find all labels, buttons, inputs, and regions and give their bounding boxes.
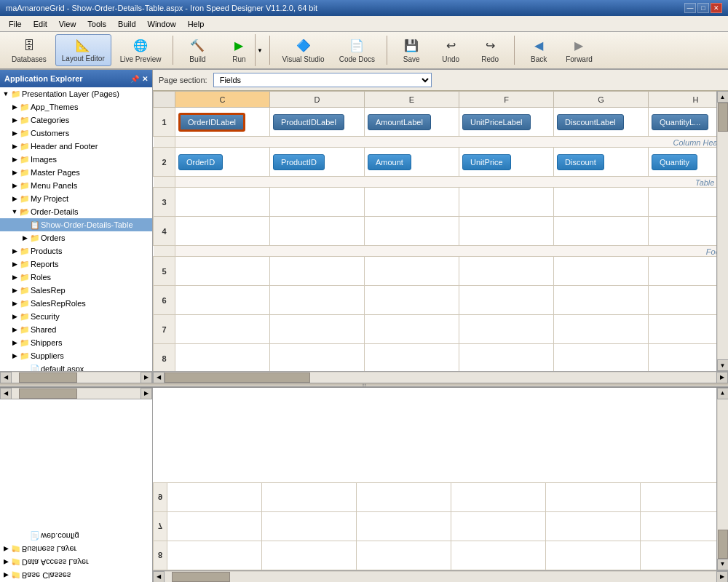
hscroll-right-content[interactable]: ▶	[716, 372, 728, 383]
tree-reports[interactable]: ▶ 📁 Reports	[0, 258, 152, 271]
cell-8b-d[interactable]	[262, 541, 357, 570]
tree-order-details[interactable]: ▼ 📂 Order-Details	[0, 205, 152, 218]
undo-button[interactable]: ↩ Undo	[432, 34, 469, 66]
cell-9b-g[interactable]	[546, 483, 641, 512]
cell-3-c[interactable]	[175, 188, 270, 217]
cell-1-c[interactable]: OrderIDLabel	[175, 108, 270, 137]
cell-2-d[interactable]: ProductID	[270, 148, 365, 177]
tree-shared[interactable]: ▶ 📁 Shared	[0, 323, 152, 336]
cell-3-e[interactable]	[365, 188, 459, 217]
tree-business-bottom[interactable]: ▶ 📁 Business Layer	[0, 543, 152, 556]
page-section-select[interactable]: Fields	[213, 73, 432, 87]
cell-2-e[interactable]: Amount	[365, 148, 459, 177]
cell-7b-h[interactable]	[641, 512, 717, 541]
cell-8-e[interactable]	[365, 344, 459, 372]
sidebar-close-icon[interactable]: ✕	[142, 75, 148, 83]
cell-4-f[interactable]	[459, 217, 554, 246]
menu-tools[interactable]: Tools	[82, 18, 112, 30]
bottom-vscroll[interactable]: ▲ ▼	[716, 388, 728, 570]
cell-5-d[interactable]	[270, 257, 365, 286]
cell-2-f[interactable]: UnitPrice	[459, 148, 554, 177]
cell-7-c[interactable]	[175, 315, 270, 344]
cell-8b-c[interactable]	[167, 541, 262, 570]
cell-8b-e[interactable]	[357, 541, 451, 570]
cell-1-d[interactable]: ProductIDLabel	[270, 108, 365, 137]
bottom-vscroll-track[interactable]	[718, 399, 728, 559]
cell-5-g[interactable]	[554, 257, 649, 286]
databases-button[interactable]: 🗄 Databases	[6, 34, 52, 66]
cell-9b-e[interactable]	[357, 483, 451, 512]
col-d-header[interactable]: D	[270, 92, 365, 108]
cell-7-h[interactable]	[649, 315, 717, 344]
cell-8-c[interactable]	[175, 344, 270, 372]
cell-9b-h[interactable]	[641, 483, 717, 512]
sidebar-hscroll[interactable]: ◀ ▶	[0, 371, 152, 383]
bottom-content-hscroll[interactable]: ◀ ▶	[153, 570, 728, 582]
tree-suppliers[interactable]: ▶ 📁 Suppliers	[0, 349, 152, 362]
tree-images[interactable]: ▶ 📁 Images	[0, 153, 152, 166]
unit-price-value-button[interactable]: UnitPrice	[462, 154, 511, 170]
cell-9b-f[interactable]	[451, 483, 546, 512]
bottom-sidebar-hscroll[interactable]: ◀ ▶	[0, 388, 152, 399]
cell-6-h[interactable]	[649, 286, 717, 315]
visual-studio-button[interactable]: 🔷 Visual Studio	[276, 34, 330, 66]
tree-salesreproles[interactable]: ▶ 📁 SalesRepRoles	[0, 297, 152, 310]
cell-5-e[interactable]	[365, 257, 459, 286]
cell-7b-g[interactable]	[546, 512, 641, 541]
quantity-label-button[interactable]: QuantityL...	[652, 114, 708, 130]
cell-7-e[interactable]	[365, 315, 459, 344]
cell-7-f[interactable]	[459, 315, 554, 344]
cell-3-d[interactable]	[270, 188, 365, 217]
hscroll-track-bottom-content[interactable]	[165, 572, 716, 582]
cell-9b-c[interactable]	[167, 483, 262, 512]
product-id-label-button[interactable]: ProductIDLabel	[273, 114, 344, 130]
minimize-button[interactable]: —	[684, 3, 696, 13]
hscroll-thumb-content[interactable]	[165, 372, 310, 383]
tree-presentation-layer[interactable]: ▼ 📁 Presentation Layer (Pages)	[0, 87, 152, 100]
cell-2-h[interactable]: Quantity	[649, 148, 717, 177]
close-button[interactable]: ✕	[711, 3, 722, 13]
run-button-group[interactable]: ▶ Run ▼	[218, 34, 264, 66]
cell-5-c[interactable]	[175, 257, 270, 286]
build-button[interactable]: 🔨 Build	[179, 34, 215, 66]
amount-value-button[interactable]: Amount	[368, 154, 411, 170]
discount-value-button[interactable]: Discount	[557, 154, 604, 170]
tree-orders[interactable]: ▶ 📁 Orders	[0, 231, 152, 244]
run-button[interactable]: ▶ Run	[218, 34, 255, 66]
col-h-header[interactable]: H	[649, 92, 717, 108]
cell-6-e[interactable]	[365, 286, 459, 315]
tree-security[interactable]: ▶ 📁 Security	[0, 310, 152, 323]
vertical-scrollbar[interactable]: ▲ ▼	[716, 91, 728, 371]
bottom-grid-container[interactable]: 8 7	[153, 388, 716, 570]
cell-8b-f[interactable]	[451, 541, 546, 570]
forward-button[interactable]: ▶ Forward	[560, 34, 598, 66]
cell-1-h[interactable]: QuantityL...	[649, 108, 717, 137]
bottom-tree[interactable]: ▶ 📁 Base Classes ▶ 📁 Data Access Layer ▶…	[0, 399, 152, 582]
vscroll-up[interactable]: ▲	[717, 91, 729, 103]
tree-roles[interactable]: ▶ 📁 Roles	[0, 271, 152, 284]
tree-view[interactable]: ▼ 📁 Presentation Layer (Pages) ▶ 📁 App_T…	[0, 87, 152, 371]
tree-master-pages[interactable]: ▶ 📁 Master Pages	[0, 166, 152, 179]
cell-3-g[interactable]	[554, 188, 649, 217]
cell-5-h[interactable]	[649, 257, 717, 286]
bottom-vscroll-thumb[interactable]	[718, 530, 728, 559]
hscroll-left-content[interactable]: ◀	[153, 372, 165, 383]
col-c-header[interactable]: C	[175, 92, 270, 108]
hscroll-right[interactable]: ▶	[141, 372, 152, 383]
tree-base-classes-bottom[interactable]: ▶ 📁 Base Classes	[0, 569, 152, 582]
cell-6-d[interactable]	[270, 286, 365, 315]
cell-7b-e[interactable]	[357, 512, 451, 541]
cell-1-f[interactable]: UnitPriceLabel	[459, 108, 554, 137]
cell-6-c[interactable]	[175, 286, 270, 315]
hscroll-right-bot[interactable]: ▶	[141, 388, 152, 399]
redo-button[interactable]: ↪ Redo	[472, 34, 508, 66]
hscroll-left[interactable]: ◀	[0, 372, 12, 383]
col-g-header[interactable]: G	[554, 92, 649, 108]
cell-2-g[interactable]: Discount	[554, 148, 649, 177]
cell-2-c[interactable]: OrderID	[175, 148, 270, 177]
unit-price-label-button[interactable]: UnitPriceLabel	[462, 114, 531, 130]
code-docs-button[interactable]: 📄 Code Docs	[333, 34, 381, 66]
cell-4-e[interactable]	[365, 217, 459, 246]
cell-6-f[interactable]	[459, 286, 554, 315]
menu-edit[interactable]: Edit	[28, 18, 53, 30]
